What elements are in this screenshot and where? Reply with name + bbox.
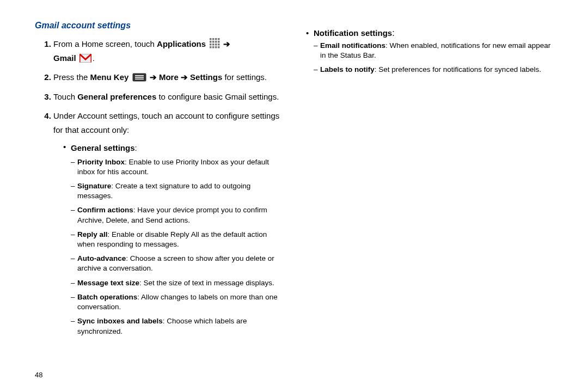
bullet-dot-icon: • [306, 27, 314, 39]
step-3-b: General preferences [77, 92, 156, 101]
step-1-text-a: From a Home screen, touch [53, 39, 157, 48]
svg-rect-12 [218, 44, 220, 46]
list-item: –Message text size: Set the size of text… [71, 278, 284, 288]
list-item: –Signature: Create a text signature to a… [71, 181, 284, 201]
item-title: Sync inboxes and labels [77, 317, 163, 325]
dash-icon: – [314, 65, 320, 75]
step-2-tail: for settings. [222, 72, 267, 82]
step-2-menukey: Menu Key [90, 72, 129, 82]
svg-rect-9 [210, 44, 212, 46]
bullet-general-settings: • General settings: [63, 141, 284, 155]
list-item: –Email notifications: When enabled, noti… [314, 41, 555, 60]
step-1: From a Home screen, touch Applications ➔ [53, 37, 284, 65]
svg-rect-13 [210, 46, 212, 48]
svg-rect-14 [212, 46, 215, 48]
step-1-period: . [93, 53, 95, 63]
step-2-more: More [159, 72, 179, 82]
svg-rect-1 [210, 38, 212, 40]
step-2-text-a: Press the [53, 72, 90, 82]
page-number: 48 [35, 371, 42, 379]
general-settings-items: –Priority Inbox: Enable to use Priority … [71, 157, 284, 336]
item-title: Email notifications [320, 41, 385, 50]
svg-rect-15 [215, 46, 217, 48]
list-item: –Priority Inbox: Enable to use Priority … [71, 157, 284, 177]
gmail-icon [79, 53, 91, 63]
item-title: Message text size [77, 279, 139, 287]
item-title: Signature [77, 182, 111, 190]
svg-rect-16 [218, 46, 220, 48]
dash-icon: – [71, 230, 77, 249]
step-3: Touch General preferences to configure b… [53, 90, 284, 104]
item-title: Labels to notify [320, 65, 375, 74]
item-title: Priority Inbox [77, 158, 125, 166]
item-title: Auto-advance [77, 254, 126, 262]
menu-key-icon [132, 73, 146, 82]
steps-list: From a Home screen, touch Applications ➔ [35, 37, 284, 336]
arrow-icon: ➔ [181, 72, 188, 82]
step-2: Press the Menu Key ➔ More ➔ Settings for… [53, 70, 284, 84]
item-desc: : Set preferences for notifications for … [375, 65, 541, 74]
notification-settings-bullet: • Notification settings: [306, 27, 555, 39]
dash-icon: – [71, 254, 77, 273]
svg-rect-5 [210, 41, 212, 43]
svg-rect-6 [212, 41, 215, 43]
svg-rect-11 [215, 44, 217, 46]
dash-icon: – [314, 41, 320, 60]
list-item: –Reply all: Enable or disable Reply All … [71, 230, 284, 249]
dash-icon: – [71, 316, 77, 336]
svg-rect-8 [218, 41, 220, 43]
svg-rect-7 [215, 41, 217, 43]
svg-rect-2 [212, 38, 215, 40]
list-item: –Auto-advance: Choose a screen to show a… [71, 254, 284, 273]
notification-settings-items: –Email notifications: When enabled, noti… [314, 41, 555, 75]
dash-icon: – [71, 205, 77, 225]
section-title: Gmail account settings [35, 21, 284, 30]
dash-icon: – [71, 292, 77, 312]
general-settings-bullet: • General settings: [63, 141, 284, 155]
left-column: Gmail account settings From a Home scree… [35, 21, 284, 381]
step-3-c: to configure basic Gmail settings. [156, 92, 279, 101]
svg-rect-10 [212, 44, 215, 46]
svg-rect-3 [215, 38, 217, 40]
dash-icon: – [71, 278, 77, 288]
list-item: –Sync inboxes and labels: Choose which l… [71, 316, 284, 336]
notification-settings-label: Notification settings [314, 28, 392, 38]
step-2-settings: Settings [190, 72, 222, 82]
notification-settings-colon: : [392, 28, 394, 38]
arrow-icon: ➔ [150, 72, 157, 82]
step-1-applications: Applications [157, 39, 206, 48]
item-title: Confirm actions [77, 206, 133, 214]
general-settings-label: General settings [71, 143, 135, 152]
item-desc: : Set the size of text in message displa… [139, 279, 274, 287]
right-column: • Notification settings: –Email notifica… [306, 21, 555, 381]
list-item: –Labels to notify: Set preferences for n… [314, 65, 555, 75]
step-4-text: Under Account settings, touch an account… [53, 111, 279, 134]
dash-icon: – [71, 157, 77, 177]
item-title: Batch operations [77, 293, 137, 301]
general-settings-colon: : [135, 143, 137, 152]
dash-icon: – [71, 181, 77, 201]
item-title: Reply all [77, 230, 108, 238]
svg-rect-20 [135, 77, 144, 78]
arrow-icon: ➔ [223, 39, 230, 48]
list-item: –Batch operations: Allow changes to labe… [71, 292, 284, 312]
svg-rect-21 [135, 78, 144, 79]
bullet-dot-icon: • [63, 141, 71, 155]
step-3-a: Touch [53, 92, 77, 101]
bullet-notification-settings: • Notification settings: [306, 27, 555, 39]
step-4: Under Account settings, touch an account… [53, 109, 284, 336]
applications-icon [209, 38, 220, 48]
list-item: –Confirm actions: Have your device promp… [71, 205, 284, 225]
svg-rect-19 [135, 75, 144, 76]
manual-page: Gmail account settings From a Home scree… [0, 0, 588, 392]
step-1-gmail: Gmail [53, 53, 76, 63]
svg-rect-4 [218, 38, 220, 40]
